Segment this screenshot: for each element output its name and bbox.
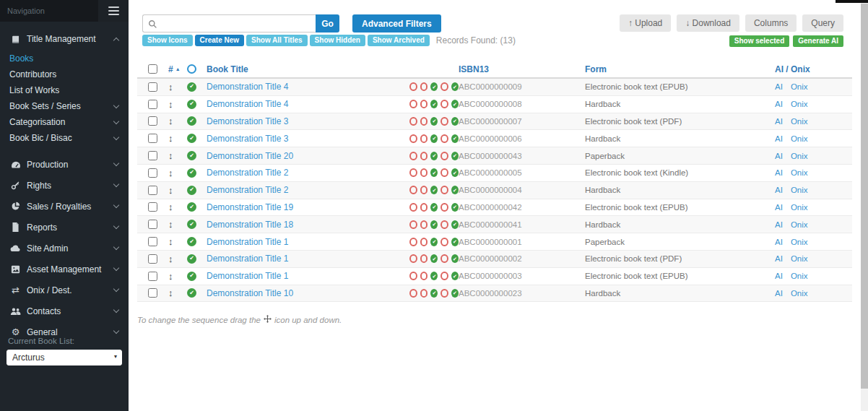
status-red-circle-icon[interactable] [409, 220, 417, 229]
drag-handle-icon[interactable]: ↕ [168, 288, 173, 298]
status-green-check-icon[interactable]: ✔ [430, 238, 438, 246]
sidebar-item-list-of-works[interactable]: List of Works [0, 82, 129, 98]
ai-link[interactable]: AI [775, 152, 783, 160]
ai-link[interactable]: AI [775, 220, 783, 229]
book-title-link[interactable]: Demonstration Title 2 [207, 168, 288, 178]
show-selected-button[interactable]: Show selected [729, 35, 789, 47]
sidebar-item-contributors[interactable]: Contributors [0, 66, 129, 82]
status-green-check-icon[interactable]: ✔ [451, 203, 459, 212]
status-green-check-icon[interactable]: ✔ [451, 168, 459, 177]
onix-link[interactable]: Onix [791, 134, 808, 143]
sidebar-item-production[interactable]: Production [0, 154, 129, 175]
status-green-check-icon[interactable]: ✔ [451, 152, 459, 160]
status-green-check-icon[interactable]: ✔ [430, 220, 438, 229]
status-green-check-icon[interactable]: ✔ [430, 272, 438, 280]
status-red-circle-icon[interactable] [440, 238, 448, 246]
status-red-circle-icon[interactable] [440, 186, 448, 194]
generate-ai-button[interactable]: Generate AI [793, 35, 843, 47]
ai-link[interactable]: AI [775, 100, 783, 108]
show-hidden-button[interactable]: Show Hidden [310, 35, 365, 46]
show-all-titles-button[interactable]: Show All Titles [246, 35, 308, 46]
column-header-form[interactable]: Form [585, 64, 775, 74]
row-checkbox[interactable] [148, 288, 157, 298]
status-red-circle-icon[interactable] [440, 168, 448, 177]
status-red-circle-icon[interactable] [420, 100, 428, 108]
sidebar-item-asset-management[interactable]: Asset Management [0, 259, 129, 280]
status-green-check-icon[interactable]: ✔ [451, 238, 459, 246]
status-red-circle-icon[interactable] [409, 186, 417, 194]
status-red-circle-icon[interactable] [420, 134, 428, 143]
ai-link[interactable]: AI [775, 289, 783, 298]
status-red-circle-icon[interactable] [409, 117, 417, 126]
status-red-circle-icon[interactable] [440, 203, 448, 212]
status-green-check-icon[interactable]: ✔ [430, 152, 438, 160]
status-red-circle-icon[interactable] [409, 289, 417, 298]
onix-link[interactable]: Onix [791, 254, 808, 263]
status-red-circle-icon[interactable] [409, 100, 417, 108]
status-red-circle-icon[interactable] [409, 272, 417, 280]
row-checkbox[interactable] [148, 220, 157, 229]
book-title-link[interactable]: Demonstration Title 1 [207, 254, 288, 264]
download-button[interactable]: ↓ Download [677, 14, 739, 32]
status-green-check-icon[interactable]: ✔ [451, 272, 459, 280]
ai-link[interactable]: AI [775, 117, 783, 126]
columns-button[interactable]: Columns [745, 14, 797, 32]
status-red-circle-icon[interactable] [440, 152, 448, 160]
onix-link[interactable]: Onix [791, 117, 808, 126]
drag-handle-icon[interactable]: ↕ [168, 151, 173, 160]
status-green-check-icon[interactable]: ✔ [451, 134, 459, 143]
status-red-circle-icon[interactable] [440, 220, 448, 229]
status-green-check-icon[interactable]: ✔ [451, 100, 459, 108]
row-checkbox[interactable] [148, 186, 157, 195]
sidebar-item-book-sets-series[interactable]: Book Sets / Series [0, 98, 129, 114]
sidebar-item-books[interactable]: Books [0, 51, 129, 66]
search-input[interactable] [142, 14, 316, 33]
status-green-check-icon[interactable]: ✔ [430, 168, 438, 177]
status-red-circle-icon[interactable] [420, 254, 428, 263]
row-checkbox[interactable] [148, 237, 157, 246]
select-all-checkbox[interactable] [148, 64, 157, 74]
status-red-circle-icon[interactable] [420, 203, 428, 212]
status-green-check-icon[interactable]: ✔ [430, 100, 438, 108]
status-red-circle-icon[interactable] [420, 220, 428, 229]
ai-link[interactable]: AI [775, 82, 783, 91]
status-red-circle-icon[interactable] [420, 272, 428, 280]
row-checkbox[interactable] [148, 254, 157, 264]
status-green-check-icon[interactable]: ✔ [451, 186, 459, 194]
vertical-scrollbar[interactable] [861, 0, 868, 411]
row-checkbox[interactable] [148, 116, 157, 126]
status-green-check-icon[interactable]: ✔ [451, 117, 459, 126]
onix-link[interactable]: Onix [791, 220, 808, 229]
status-red-circle-icon[interactable] [440, 134, 448, 143]
column-header-number[interactable]: #▲ [168, 64, 187, 74]
onix-link[interactable]: Onix [791, 152, 808, 160]
onix-link[interactable]: Onix [791, 289, 808, 298]
sidebar-item-site-admin[interactable]: Site Admin [0, 238, 129, 259]
sidebar-item-rights[interactable]: Rights [0, 175, 129, 196]
status-red-circle-icon[interactable] [409, 168, 417, 177]
status-green-check-icon[interactable]: ✔ [451, 254, 459, 263]
drag-handle-icon[interactable]: ↕ [168, 186, 173, 195]
status-green-check-icon[interactable]: ✔ [451, 220, 459, 229]
status-green-check-icon[interactable]: ✔ [451, 82, 459, 91]
status-red-circle-icon[interactable] [440, 82, 448, 91]
ai-link[interactable]: AI [775, 203, 783, 212]
status-red-circle-icon[interactable] [420, 117, 428, 126]
row-checkbox[interactable] [148, 168, 157, 178]
upload-button[interactable]: ↑ Upload [620, 14, 671, 32]
book-title-link[interactable]: Demonstration Title 20 [207, 151, 293, 161]
status-green-check-icon[interactable]: ✔ [430, 82, 438, 91]
drag-handle-icon[interactable]: ↕ [168, 272, 173, 281]
book-title-link[interactable]: Demonstration Title 18 [207, 220, 293, 230]
status-green-check-icon[interactable]: ✔ [430, 134, 438, 143]
status-green-check-icon[interactable]: ✔ [430, 117, 438, 126]
status-green-check-icon[interactable]: ✔ [430, 254, 438, 263]
status-red-circle-icon[interactable] [420, 289, 428, 298]
book-title-link[interactable]: Demonstration Title 3 [207, 116, 288, 126]
show-icons-button[interactable]: Show Icons [142, 35, 193, 46]
book-title-link[interactable]: Demonstration Title 4 [207, 82, 288, 92]
status-red-circle-icon[interactable] [409, 238, 417, 246]
drag-handle-icon[interactable]: ↕ [168, 82, 173, 92]
row-checkbox[interactable] [148, 202, 157, 212]
book-title-link[interactable]: Demonstration Title 4 [207, 99, 288, 109]
